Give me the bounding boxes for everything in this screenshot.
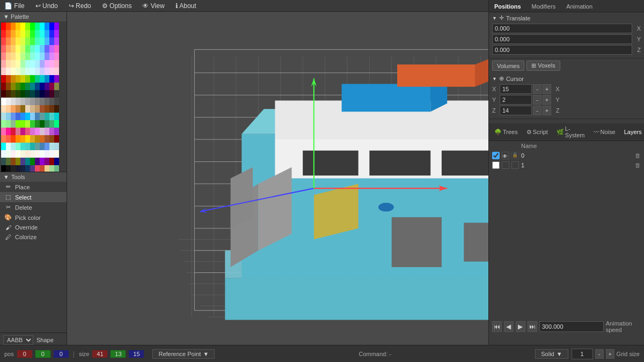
palette-cell-2[interactable] bbox=[11, 23, 16, 30]
palette-cell-204[interactable] bbox=[1, 150, 6, 158]
palette-cell-166[interactable] bbox=[49, 120, 54, 128]
menu-file[interactable]: 📄 File bbox=[2, 2, 27, 10]
cursor-z-input[interactable] bbox=[500, 106, 532, 115]
palette-cell-32[interactable] bbox=[40, 38, 45, 45]
palette-grid[interactable] bbox=[1, 23, 65, 173]
palette-cell-3[interactable] bbox=[16, 23, 20, 30]
palette-cell-100[interactable] bbox=[20, 83, 25, 90]
palette-cell-105[interactable] bbox=[45, 83, 49, 90]
palette-cell-124[interactable] bbox=[20, 98, 25, 105]
palette-cell-57[interactable] bbox=[45, 53, 49, 60]
palette-cell-51[interactable] bbox=[16, 53, 20, 60]
palette-cell-220[interactable] bbox=[20, 158, 25, 165]
palette-cell-191[interactable] bbox=[54, 135, 59, 143]
palette-cell-212[interactable] bbox=[40, 150, 45, 158]
palette-cell-214[interactable] bbox=[49, 150, 54, 158]
palette-cell-195[interactable] bbox=[16, 143, 20, 150]
palette-cell-42[interactable] bbox=[30, 45, 35, 53]
palette-cell-80[interactable] bbox=[40, 68, 45, 75]
solid-button[interactable]: Solid ▼ bbox=[535, 349, 568, 359]
palette-cell-160[interactable] bbox=[20, 120, 25, 128]
palette-cell-11[interactable] bbox=[54, 23, 59, 30]
palette-cell-138[interactable] bbox=[30, 105, 35, 113]
layer-0-lock[interactable] bbox=[511, 152, 519, 159]
palette-cell-187[interactable] bbox=[35, 135, 40, 143]
palette-cell-15[interactable] bbox=[16, 30, 20, 38]
palette-cell-130[interactable] bbox=[49, 98, 54, 105]
palette-cell-35[interactable] bbox=[54, 38, 59, 45]
palette-cell-164[interactable] bbox=[40, 120, 45, 128]
palette-cell-165[interactable] bbox=[45, 120, 49, 128]
palette-cell-30[interactable] bbox=[30, 38, 35, 45]
palette-cell-177[interactable] bbox=[45, 128, 49, 135]
layer-1-lock[interactable] bbox=[511, 161, 519, 169]
palette-cell-0[interactable] bbox=[1, 23, 6, 30]
palette-cell-36[interactable] bbox=[1, 45, 6, 53]
palette-cell-104[interactable] bbox=[40, 83, 45, 90]
palette-cell-189[interactable] bbox=[45, 135, 49, 143]
palette-cell-39[interactable] bbox=[16, 45, 20, 53]
tab-modifiers[interactable]: Modifiers bbox=[529, 2, 559, 11]
palette-cell-6[interactable] bbox=[30, 23, 35, 30]
grid-plus-button[interactable]: + bbox=[606, 349, 614, 359]
palette-cell-202[interactable] bbox=[49, 143, 54, 150]
palette-cell-5[interactable] bbox=[25, 23, 30, 30]
cursor-z-minus[interactable]: - bbox=[533, 106, 541, 115]
palette-cell-201[interactable] bbox=[45, 143, 49, 150]
animation-speed-input[interactable] bbox=[539, 321, 604, 332]
palette-cell-222[interactable] bbox=[30, 158, 35, 165]
palette-cell-128[interactable] bbox=[40, 98, 45, 105]
palette-cell-148[interactable] bbox=[20, 113, 25, 120]
palette-cell-179[interactable] bbox=[54, 128, 59, 135]
layer-0-delete[interactable]: 🗑 bbox=[635, 152, 641, 159]
translate-y-input[interactable] bbox=[492, 34, 632, 44]
anim-play-button[interactable]: ▶ bbox=[516, 321, 525, 332]
palette-cell-149[interactable] bbox=[25, 113, 30, 120]
palette-cell-89[interactable] bbox=[25, 75, 30, 83]
palette-cell-84[interactable] bbox=[1, 75, 6, 83]
palette-cell-203[interactable] bbox=[54, 143, 59, 150]
palette-cell-12[interactable] bbox=[1, 30, 6, 38]
palette-cell-17[interactable] bbox=[25, 30, 30, 38]
palette-cell-198[interactable] bbox=[30, 143, 35, 150]
palette-cell-199[interactable] bbox=[35, 143, 40, 150]
palette-cell-163[interactable] bbox=[35, 120, 40, 128]
palette-cell-113[interactable] bbox=[25, 90, 30, 98]
palette-cell-71[interactable] bbox=[54, 60, 59, 68]
palette-cell-79[interactable] bbox=[35, 68, 40, 75]
palette-cell-53[interactable] bbox=[25, 53, 30, 60]
palette-cell-206[interactable] bbox=[11, 150, 16, 158]
cursor-y-plus[interactable]: + bbox=[543, 95, 551, 105]
palette-cell-210[interactable] bbox=[30, 150, 35, 158]
palette-cell-174[interactable] bbox=[30, 128, 35, 135]
palette-cell-147[interactable] bbox=[16, 113, 20, 120]
palette-cell-106[interactable] bbox=[49, 83, 54, 90]
palette-cell-47[interactable] bbox=[54, 45, 59, 53]
palette-cell-31[interactable] bbox=[35, 38, 40, 45]
palette-cell-197[interactable] bbox=[25, 143, 30, 150]
palette-cell-68[interactable] bbox=[40, 60, 45, 68]
palette-cell-44[interactable] bbox=[40, 45, 45, 53]
palette-cell-45[interactable] bbox=[45, 45, 49, 53]
palette-cell-224[interactable] bbox=[40, 158, 45, 165]
palette-cell-94[interactable] bbox=[49, 75, 54, 83]
palette-cell-110[interactable] bbox=[11, 90, 16, 98]
palette-cell-21[interactable] bbox=[45, 30, 49, 38]
palette-cell-217[interactable] bbox=[6, 158, 11, 165]
palette-cell-73[interactable] bbox=[6, 68, 11, 75]
palette-cell-8[interactable] bbox=[40, 23, 45, 30]
palette-cell-28[interactable] bbox=[20, 38, 25, 45]
palette-cell-93[interactable] bbox=[45, 75, 49, 83]
palette-cell-181[interactable] bbox=[6, 135, 11, 143]
palette-cell-117[interactable] bbox=[45, 90, 49, 98]
layer-1-checkbox[interactable] bbox=[492, 161, 500, 169]
palette-cell-178[interactable] bbox=[49, 128, 54, 135]
palette-cell-7[interactable] bbox=[35, 23, 40, 30]
palette-cell-168[interactable] bbox=[1, 128, 6, 135]
palette-cell-118[interactable] bbox=[49, 90, 54, 98]
palette-cell-78[interactable] bbox=[30, 68, 35, 75]
palette-cell-101[interactable] bbox=[25, 83, 30, 90]
palette-cell-66[interactable] bbox=[30, 60, 35, 68]
palette-cell-127[interactable] bbox=[35, 98, 40, 105]
palette-cell-171[interactable] bbox=[16, 128, 20, 135]
